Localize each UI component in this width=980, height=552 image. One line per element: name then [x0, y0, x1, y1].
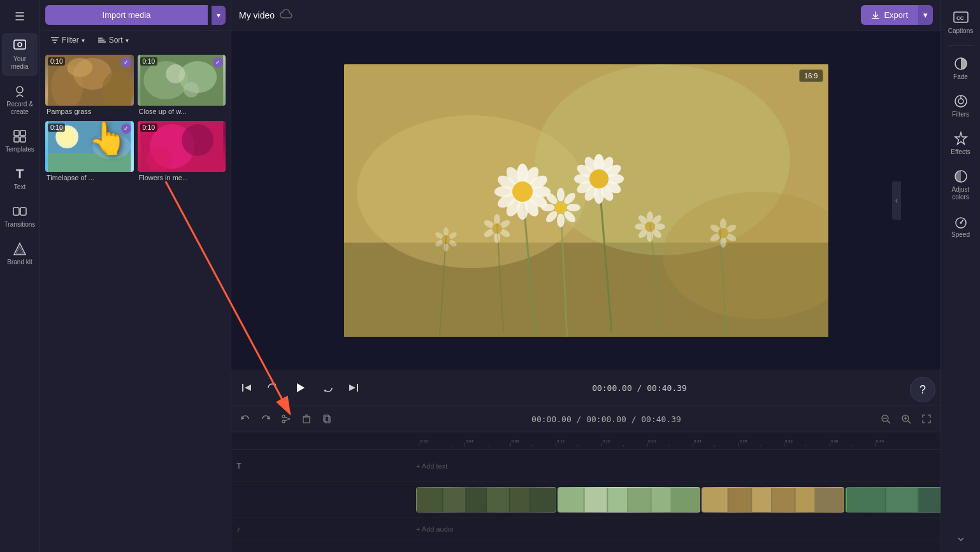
sidebar-label-record: Record &create	[6, 101, 33, 116]
sidebar-item-text[interactable]: T Text	[2, 161, 38, 196]
timeline-area: 00:00.00 / 00:00.00 / 00:40.39	[231, 406, 940, 552]
project-title: My video	[239, 10, 275, 20]
sidebar-item-templates[interactable]: Templates	[2, 124, 38, 159]
zoom-in-button[interactable]	[897, 410, 915, 428]
text-track-content[interactable]: + Add text	[416, 450, 940, 481]
hamburger-menu[interactable]: ☰	[8, 5, 31, 28]
svg-rect-171	[530, 487, 554, 513]
export-button[interactable]: Export	[861, 5, 918, 25]
right-item-effects[interactable]: Effects	[943, 126, 979, 161]
record-icon	[12, 83, 27, 99]
right-item-adjust-colors[interactable]: Adjustcolors	[943, 164, 979, 206]
skip-to-start-button[interactable]	[236, 378, 257, 398]
filter-button[interactable]: Filter ▾	[45, 33, 90, 47]
zoom-out-icon	[881, 414, 891, 424]
media-item-flowers[interactable]: 0:10 Flowers in me...	[138, 121, 226, 183]
svg-marker-10	[16, 246, 24, 253]
sidebar-item-your-media[interactable]: Your media	[2, 33, 38, 76]
video-preview: 16:9	[344, 64, 828, 337]
sort-label: Sort	[109, 36, 123, 45]
text-track-label: T	[231, 461, 416, 471]
svg-rect-6	[20, 137, 25, 142]
expand-timeline-button[interactable]	[918, 410, 935, 428]
sidebar-item-record[interactable]: Record &create	[2, 78, 38, 121]
play-button[interactable]	[287, 375, 313, 400]
right-item-fade[interactable]: Fade	[943, 51, 979, 86]
zoom-out-button[interactable]	[877, 410, 895, 428]
svg-rect-121	[303, 417, 310, 423]
import-media-dropdown[interactable]: ▾	[212, 6, 226, 25]
video-area: 16:9 ‹	[231, 31, 940, 370]
clip-2[interactable]	[558, 487, 700, 513]
svg-point-118	[282, 420, 285, 423]
sidebar-item-transitions[interactable]: Transitions	[2, 199, 38, 234]
audio-track-row: ♪ + Add audio	[231, 518, 940, 541]
svg-rect-185	[816, 487, 842, 513]
svg-text:0:28: 0:28	[739, 439, 747, 443]
right-panel-collapse	[953, 532, 969, 552]
play-icon	[293, 381, 307, 395]
audio-track-content[interactable]: + Add audio	[416, 518, 940, 540]
left-sidebar: ☰ Your media Record &create	[0, 0, 40, 552]
svg-rect-170	[510, 487, 530, 513]
svg-rect-183	[772, 487, 795, 513]
video-svg	[344, 64, 828, 337]
svg-rect-0	[14, 40, 25, 49]
right-panel-collapse-btn[interactable]	[953, 532, 969, 547]
time-separator: /	[637, 383, 647, 393]
delete-button[interactable]	[298, 410, 315, 428]
right-item-filters[interactable]: Filters	[943, 88, 979, 124]
chevron-down-icon	[956, 535, 965, 544]
fast-forward-button[interactable]	[318, 378, 338, 398]
media-title-flowers: Flowers in me...	[138, 172, 226, 183]
import-media-button[interactable]: Import media	[45, 5, 208, 25]
ruler-content: 0:00 0:04 0:08 0:12 0:16 0:20	[419, 432, 940, 449]
svg-rect-175	[608, 487, 627, 513]
time-display: 00:00.00 / 00:40.39	[551, 383, 728, 393]
media-duration-flowers: 0:10	[140, 124, 157, 132]
media-grid: 0:10 ✓ Pampas grass 0:10 ✓ Close up of w…	[40, 50, 231, 188]
redo-button[interactable]	[257, 410, 275, 428]
svg-point-1	[18, 43, 22, 46]
copy-button[interactable]	[318, 410, 336, 428]
media-title-closeup: Close up of w...	[138, 106, 226, 117]
help-button[interactable]: ?	[910, 377, 935, 402]
add-text-button[interactable]: + Add text	[416, 462, 447, 470]
svg-text:0:00: 0:00	[420, 439, 428, 443]
media-item-timelapse[interactable]: 0:10 ✓ Timelapse of ...	[45, 121, 134, 183]
rewind-button[interactable]	[262, 378, 282, 398]
export-dropdown[interactable]: ▾	[918, 5, 933, 25]
clip-3[interactable]	[702, 487, 844, 513]
collapse-panel-btn[interactable]: ‹	[892, 181, 901, 220]
media-title-pampas: Pampas grass	[45, 106, 134, 117]
right-item-captions[interactable]: CC Captions	[943, 5, 979, 40]
svg-rect-184	[796, 487, 815, 513]
effects-label: Effects	[951, 148, 970, 156]
expand-icon	[921, 414, 932, 424]
svg-rect-4	[20, 131, 25, 136]
svg-rect-166	[417, 487, 442, 513]
right-item-speed[interactable]: Speed	[943, 209, 979, 244]
svg-rect-8	[20, 208, 26, 215]
copy-icon	[322, 414, 332, 424]
video-track-row	[231, 482, 940, 518]
sidebar-item-brand-kit[interactable]: Brand kit	[2, 236, 38, 271]
cut-button[interactable]	[277, 410, 295, 428]
svg-point-25	[166, 64, 185, 83]
sidebar-label-brand-kit: Brand kit	[7, 258, 32, 266]
clip-1[interactable]	[416, 487, 556, 513]
svg-text:0:24: 0:24	[694, 439, 702, 443]
text-track-row: T + Add text	[231, 450, 940, 482]
sidebar-label-templates: Templates	[5, 146, 34, 153]
media-item-closeup[interactable]: 0:10 ✓ Close up of w...	[138, 55, 226, 117]
sort-icon	[97, 36, 106, 45]
undo-icon	[240, 414, 250, 424]
effects-icon	[953, 131, 969, 146]
sort-button[interactable]: Sort ▾	[92, 33, 134, 47]
undo-button[interactable]	[236, 410, 254, 428]
svg-rect-174	[585, 487, 607, 513]
add-audio-button[interactable]: + Add audio	[416, 525, 453, 533]
clip-4[interactable]	[846, 487, 940, 513]
media-item-pampas[interactable]: 0:10 ✓ Pampas grass	[45, 55, 134, 117]
skip-to-end-button[interactable]	[343, 378, 364, 398]
